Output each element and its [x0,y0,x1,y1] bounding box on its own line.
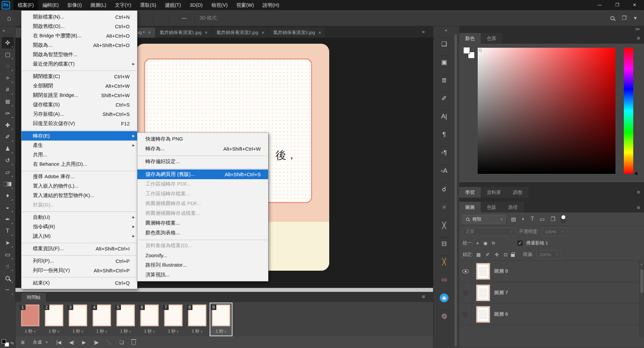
menu-item[interactable] [22,253,137,256]
search-icon[interactable] [610,16,614,20]
clone-stamp-tool[interactable]: ♟ [2,143,14,154]
hand-tool[interactable]: ☝ [2,261,14,272]
menu-item[interactable]: 開啟為智慧型物件... [22,50,137,59]
tab-close-icon[interactable]: × [205,30,208,35]
menu-item[interactable]: 演算視訊... [137,270,268,280]
timeline-menu-icon[interactable]: ≡ [422,294,425,300]
menu-item[interactable]: 全部關閉 Alt+Ctrl+W [22,81,137,90]
frame-thumbnail[interactable]: 8 [187,305,207,327]
menu-item[interactable]: 開新檔案(N)... Ctrl+N [22,12,137,22]
timeline-tab[interactable]: 時間軸 [22,293,46,302]
doc-tab-3[interactable]: 氣炸鍋保養清潔2.jpg × [212,28,269,38]
type-tool[interactable]: T [2,225,14,237]
move-tool[interactable]: ✜ [2,37,14,48]
foreground-background-swatches[interactable] [463,47,475,59]
menu-item[interactable]: 自動(U) ▶ [22,212,137,222]
path-select-tool[interactable]: ➤ [2,237,14,248]
more-options-icon[interactable]: ••• [182,16,187,20]
minimize-button[interactable]: — [592,0,607,10]
tab-swatches[interactable]: 色票 [481,33,502,44]
menu-item[interactable] [137,154,268,157]
menu-filter[interactable]: 濾鏡(T) [161,0,185,10]
menu-item[interactable] [22,209,137,212]
history-panel-icon[interactable]: ❏ [434,33,454,51]
menu-item[interactable]: Zoomify... [137,250,268,260]
menu-item[interactable]: 將圖層構圖轉存成檔案... [137,208,268,218]
globe-extension-icon[interactable]: ◉ [434,287,454,306]
scroll-up-icon[interactable]: ∧ [640,263,643,266]
menu-item[interactable]: 關閉並跳至 Bridge... Shift+Ctrl+W [22,90,137,100]
frame-thumbnail[interactable]: 9 [211,305,231,327]
tab-overflow-icon[interactable]: » [422,29,424,34]
frame-9[interactable]: 9 1 秒∨ [210,303,232,336]
frame-tool[interactable]: ⊠ [2,96,14,107]
unify-position-icon[interactable]: ⌖ [476,240,479,246]
frame-duration[interactable]: 1 秒∨ [210,328,232,334]
panel-collapse-icon[interactable]: >> [459,26,644,33]
filter-adjustment-layers-icon[interactable]: ◐ [522,216,525,222]
frame-5[interactable]: 5 1 秒∨ [115,303,136,336]
menu-item[interactable]: 另存新檔(A)... Shift+Ctrl+S [22,109,137,119]
home-button[interactable]: ⌂ [4,13,14,23]
frame-duration[interactable]: 1 秒∨ [91,328,113,334]
tween-button[interactable]: ⋱ [107,340,112,345]
menu-item[interactable]: 列印一份拷貝(Y) Alt+Shift+Ctrl+P [22,266,137,275]
play-button[interactable]: ▶ [82,340,86,345]
loop-selector[interactable]: 永遠 ▼ [33,339,48,345]
lasso-tool[interactable]: ◌ [2,61,14,72]
lock-pixels-icon[interactable]: ✐ [486,252,490,257]
tab-libraries[interactable]: 資料庫 [481,187,507,198]
restore-button[interactable]: ❐ [610,0,625,10]
brush-tool[interactable]: ✐ [2,131,14,143]
menu-image[interactable]: 影像(I) [63,0,86,10]
menu-item[interactable]: 指令碼(R) ▶ [22,222,137,231]
menu-item[interactable]: 結束(X) Ctrl+Q [22,278,137,287]
layer-thumbnail[interactable] [476,306,490,323]
menu-item[interactable] [22,275,137,278]
eraser-tool[interactable]: ▱ [2,166,14,178]
menu-item[interactable]: 列印(P)... Ctrl+P [22,256,137,266]
layer-row-6[interactable]: 圖層 6 [459,304,644,325]
tab-adjustments[interactable]: 調整 [507,187,528,198]
node-extension-icon[interactable]: ☌ [434,179,454,197]
menu-item[interactable]: 搜尋 Adobe 庫存... [22,172,137,181]
chevron-down-icon[interactable]: ▾ [634,15,637,21]
character-panel-icon[interactable]: A| [434,106,454,124]
zoom-tool[interactable] [2,272,14,284]
magic-wand-tool[interactable]: ✧ [2,72,14,84]
blur-tool[interactable]: ♦ [2,190,14,201]
lock-transparency-icon[interactable]: ▦ [476,252,481,257]
tab-close-icon[interactable]: × [318,30,321,35]
layer-row-8[interactable]: 圖層 8 [459,261,644,282]
unify-style-icon[interactable]: fx [492,240,495,246]
menu-select[interactable]: 選取(S) [136,0,161,10]
artboard-panel-icon[interactable]: ⊟ [434,233,454,251]
gradient-tool[interactable] [2,178,14,190]
color-panel-menu-icon[interactable]: ≡ [637,35,640,41]
infinity-extension-icon[interactable]: ∞ [434,269,454,287]
layer-thumbnail[interactable] [476,284,490,301]
menu-item[interactable]: 置入連結的智慧型物件(K)... [22,191,137,200]
hue-slider-arrow-icon[interactable] [634,171,637,176]
frame-thumbnail[interactable]: 1 [20,305,40,327]
filter-type-layers-icon[interactable]: T [531,216,534,222]
filter-kind-dropdown[interactable]: 種類 ∨ [463,215,506,224]
frame-settings-icon[interactable]: ≣ [21,340,25,345]
menu-item[interactable]: 顏色查詢表格... [137,228,268,238]
duplicate-frame-button[interactable]: ❏ [120,340,124,345]
menu-item[interactable]: 轉存為... Alt+Shift+Ctrl+W [137,144,268,154]
menu-layer[interactable]: 圖層(L) [86,0,111,10]
menu-item[interactable]: 開啟為... Alt+Shift+Ctrl+O [22,40,137,50]
first-frame-button[interactable]: |◀ [56,340,61,345]
swap-colors-icon[interactable]: ⇆ [10,341,14,345]
frame-duration[interactable]: 1 秒∨ [139,328,160,334]
more-tools-button[interactable]: ••• [2,284,14,296]
menu-item[interactable]: 資料集做為檔案(D)... [137,241,268,250]
menu-item[interactable]: 最近使用的檔案(T) ▶ [22,59,137,69]
menu-help[interactable]: 說明(H) [258,0,284,10]
layer-visibility-toggle[interactable] [459,261,472,282]
menu-item[interactable]: 關閉檔案(C) Ctrl+W [22,72,137,81]
camera-extension-icon[interactable]: ❂ [434,306,454,324]
lock-artboard-icon[interactable]: ⊡ [504,252,508,257]
workspace-icon[interactable]: ❐ [622,15,627,21]
